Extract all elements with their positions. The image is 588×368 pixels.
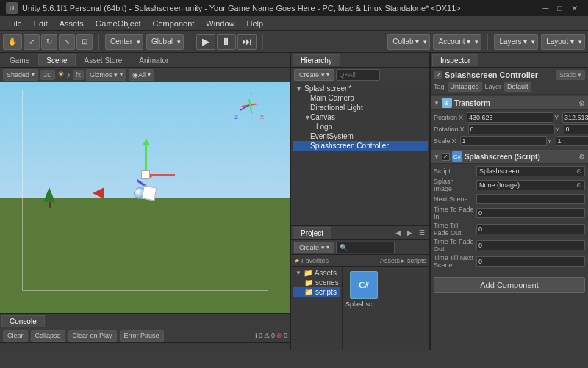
hierarchy-item-directional-light[interactable]: Directional Light — [293, 103, 428, 112]
hierarchy-item-main-camera[interactable]: Main Camera — [293, 93, 428, 103]
time-to-fade-in-input[interactable] — [476, 208, 585, 218]
tab-project[interactable]: Project — [293, 227, 331, 239]
rot-y-input[interactable] — [564, 124, 588, 134]
project-search[interactable] — [336, 242, 395, 253]
menu-help[interactable]: Help — [240, 18, 269, 29]
hierarchy-item-splashscreen[interactable]: ▼ Splashscreen* — [293, 84, 428, 93]
tag-select[interactable]: Untagged — [448, 82, 482, 92]
hierarchy-search[interactable] — [336, 69, 380, 81]
play-button[interactable]: ▶ — [196, 34, 215, 50]
script-select-btn[interactable]: ⊙ — [576, 167, 582, 175]
tab-game[interactable]: Game — [1, 54, 37, 66]
time-till-next-scene-input[interactable] — [476, 256, 585, 267]
layout-dropdown[interactable]: Layout ▾ — [541, 34, 585, 50]
folder-scenes-icon: 📁 — [304, 278, 313, 286]
minimize-btn[interactable]: ─ — [539, 4, 553, 12]
scale-y-input[interactable] — [556, 136, 588, 146]
menu-file[interactable]: File — [3, 18, 28, 29]
tab-console[interactable]: Console — [1, 315, 45, 327]
transform-icon: ⊕ — [442, 98, 452, 108]
hierarchy-label-directional-light: Directional Light — [310, 104, 363, 112]
object-active-checkbox[interactable]: ✓ — [434, 71, 442, 79]
maximize-btn[interactable]: □ — [553, 4, 567, 12]
menu-window[interactable]: Window — [200, 18, 240, 29]
tool-hand[interactable]: ✋ — [3, 34, 22, 50]
tab-animator[interactable]: Animator — [131, 54, 176, 66]
breadcrumb-favorites[interactable]: ★ — [294, 257, 300, 264]
next-scene-input[interactable] — [476, 194, 585, 204]
pos-y-input[interactable] — [562, 112, 588, 123]
component-active-checkbox[interactable]: ✓ — [442, 153, 450, 161]
hierarchy-item-logo[interactable]: Logo — [293, 122, 428, 131]
splash-image-select-btn[interactable]: ⊙ — [576, 181, 582, 189]
project-menu-btn[interactable]: ☰ — [416, 228, 428, 238]
script-section-header[interactable]: ▼ ✓ C# Splashscreen (Script) ⚙ — [431, 150, 588, 164]
tab-asset-store[interactable]: Asset Store — [76, 54, 131, 66]
error-icon: ⊗ — [276, 332, 282, 339]
tool-move[interactable]: ⤢ — [24, 34, 40, 50]
center-dropdown[interactable]: Center — [105, 34, 143, 50]
console-clear-on-play-btn[interactable]: Clear on Play — [68, 330, 117, 342]
menu-gameobject[interactable]: GameObject — [90, 18, 147, 29]
console-collapse-btn[interactable]: Collapse — [31, 330, 65, 342]
hierarchy-item-canvas[interactable]: ▼ Canvas — [293, 112, 428, 122]
time-till-fade-out-input[interactable] — [476, 224, 585, 234]
tab-inspector[interactable]: Inspector — [432, 54, 478, 66]
pause-button[interactable]: ⏸ — [217, 34, 236, 50]
pos-y-label: Y — [554, 114, 562, 121]
tab-scene[interactable]: Scene — [38, 54, 75, 66]
error-count: 0 — [284, 332, 287, 339]
script-gear-icon[interactable]: ⚙ — [578, 153, 585, 161]
rot-x-input[interactable] — [468, 124, 555, 134]
rotation-row: Rotation X Y Z — [434, 124, 585, 134]
transform-gear-icon[interactable]: ⚙ — [578, 99, 585, 107]
console-clear-btn[interactable]: Clear — [3, 330, 28, 342]
2d-btn[interactable]: 2D — [40, 70, 55, 80]
audio-icon[interactable]: ♪ — [67, 71, 71, 79]
folder-scripts[interactable]: 📁 scripts — [293, 287, 340, 297]
menu-edit[interactable]: Edit — [28, 18, 54, 29]
scale-x-input[interactable] — [460, 136, 547, 146]
splash-image-value[interactable]: None (Image) ⊙ — [476, 180, 585, 190]
tab-hierarchy[interactable]: Hierarchy — [293, 54, 340, 66]
menu-assets[interactable]: Assets — [54, 18, 90, 29]
hierarchy-item-splashscreen-controller[interactable]: Splashscreen Controller — [293, 141, 428, 151]
file-splashscreen-script[interactable]: C# Splashscre... — [345, 270, 382, 309]
tool-scale[interactable]: ⤡ — [59, 34, 75, 50]
next-scene-label: Next Scene — [434, 195, 474, 203]
layer-select[interactable]: Default — [504, 82, 531, 92]
menu-component[interactable]: Component — [146, 18, 200, 29]
pos-x-input[interactable] — [467, 112, 553, 123]
account-dropdown[interactable]: Account ▾ — [433, 34, 481, 50]
folder-assets[interactable]: ▼ 📁 Assets — [293, 268, 340, 278]
tool-rotate[interactable]: ↻ — [41, 34, 57, 50]
layers-dropdown[interactable]: Layers ▾ — [494, 34, 538, 50]
tool-rect[interactable]: ⊡ — [76, 34, 93, 50]
collab-dropdown[interactable]: Collab ▾ — [387, 34, 430, 50]
global-dropdown[interactable]: Global — [146, 34, 184, 50]
project-sidebar: ▼ 📁 Assets 📁 scenes 📁 scripts — [291, 267, 343, 350]
menu-bar: File Edit Assets GameObject Component Wi… — [0, 16, 588, 31]
folder-scenes[interactable]: 📁 scenes — [293, 278, 340, 287]
project-prev-btn[interactable]: ◀ — [392, 228, 404, 238]
close-btn[interactable]: ✕ — [567, 4, 582, 13]
breadcrumb-assets[interactable]: Assets ▸ scripts — [380, 257, 426, 264]
light-icon[interactable]: ☀ — [57, 70, 65, 79]
script-script-value[interactable]: Splashscreen ⊙ — [476, 166, 585, 176]
time-to-fade-out-input[interactable] — [476, 240, 585, 250]
hierarchy-item-eventsystem[interactable]: EventSystem — [293, 131, 428, 141]
static-dropdown[interactable]: Static ▾ — [556, 70, 585, 80]
console-error-pause-btn[interactable]: Error Pause — [120, 330, 164, 342]
gizmos-dropdown[interactable]: Gizmos ▾ — [86, 69, 126, 81]
all-dropdown[interactable]: ◉All — [129, 69, 154, 81]
project-next-btn[interactable]: ▶ — [404, 228, 415, 238]
project-create-btn[interactable]: Create ▾ — [294, 242, 334, 253]
step-button[interactable]: ⏭ — [237, 34, 257, 50]
hierarchy-create-btn[interactable]: Create ▾ — [294, 69, 334, 81]
fx-icon[interactable]: fx — [73, 70, 84, 80]
splash-image-row: Splash Image None (Image) ⊙ — [434, 178, 585, 192]
transform-section-header[interactable]: ▼ ⊕ Transform ⚙ — [431, 96, 588, 110]
add-component-button[interactable]: Add Component — [434, 277, 585, 293]
time-till-next-scene-row: Time Till Next Scene — [434, 254, 585, 269]
shaded-dropdown[interactable]: Shaded — [3, 69, 38, 81]
